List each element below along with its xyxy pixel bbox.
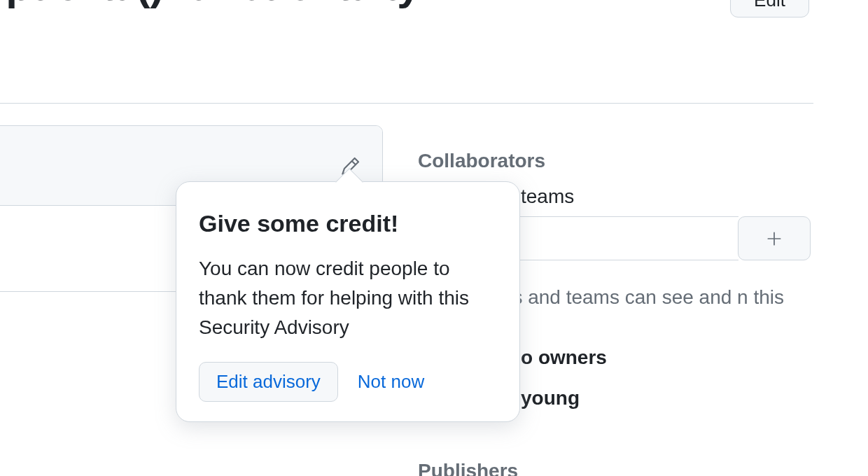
collab-entry: young: [521, 387, 580, 410]
edit-advisory-button[interactable]: Edit advisory: [199, 362, 338, 402]
popover-title: Give some credit!: [199, 210, 497, 237]
divider: [0, 103, 813, 104]
publishers-heading: Publishers: [418, 460, 518, 476]
collaborators-teams-label: teams: [521, 186, 574, 208]
collab-entry: o owners: [521, 346, 607, 369]
not-now-button[interactable]: Not now: [358, 371, 424, 393]
collaborators-heading: Collaborators: [418, 150, 545, 172]
plus-icon: [765, 230, 783, 248]
edit-button[interactable]: Edit: [730, 0, 809, 18]
page-title: Javascript eval() functionality: [0, 0, 420, 10]
popover-actions: Edit advisory Not now: [199, 362, 497, 402]
add-collaborator-button[interactable]: [738, 216, 811, 260]
popover-body: You can now credit people to thank them …: [199, 254, 497, 342]
credit-popover: Give some credit! You can now credit peo…: [176, 181, 520, 422]
